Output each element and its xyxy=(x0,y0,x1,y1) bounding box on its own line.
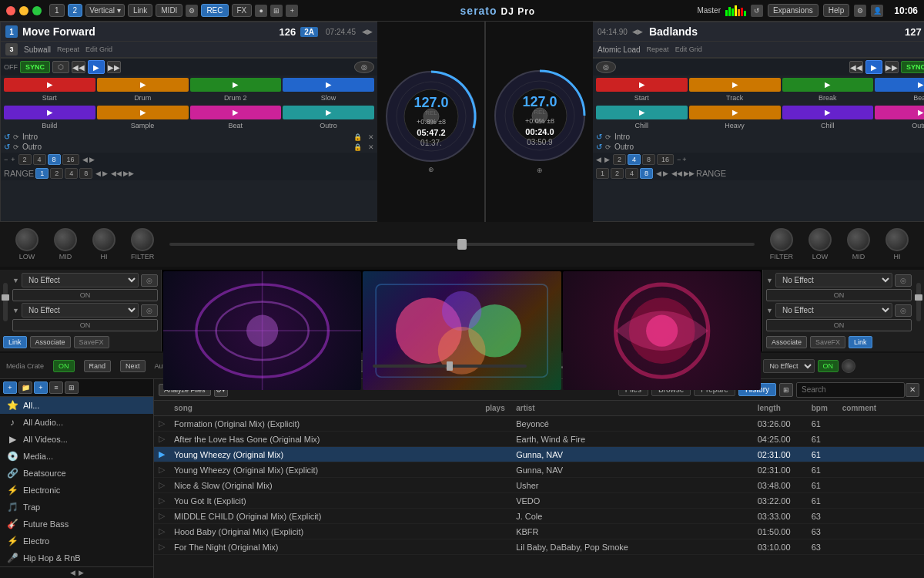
fx-left-knob2[interactable]: ◎ xyxy=(141,304,158,317)
deck-2-cue-chill2[interactable]: ▶ xyxy=(782,106,874,119)
media-rand-btn[interactable]: Rand xyxy=(84,360,112,372)
col-bpm[interactable]: bpm xyxy=(807,401,838,416)
deck-1-link-icon[interactable]: ⬡ xyxy=(52,61,69,73)
deck-1-next-loop-icon[interactable]: ▶ xyxy=(89,156,95,163)
media-on-btn[interactable]: ON xyxy=(53,360,75,372)
search-input[interactable] xyxy=(796,382,905,398)
deck-1-plus-icon[interactable]: + xyxy=(11,156,15,163)
deck-2-platter[interactable]: 127.0 REL +0.0% ±8 00:24.0 03:50.9 xyxy=(494,69,586,162)
master-fx2-on[interactable]: ON xyxy=(818,360,839,372)
deck-2-cue-start[interactable]: ▶ xyxy=(596,78,688,92)
deck-2-range-2[interactable]: 2 xyxy=(611,168,624,179)
deck2-mid-knob[interactable] xyxy=(847,228,870,251)
record-icon[interactable]: ● xyxy=(255,5,267,17)
deck-1-loop-8[interactable]: 8 xyxy=(48,154,61,165)
sidebar-item-audio[interactable]: ♪ All Audio... xyxy=(0,414,153,431)
link-button[interactable]: Link xyxy=(128,4,152,17)
deck-1-cue-drum[interactable]: ▶ xyxy=(97,78,189,92)
sidebar-scroll-right-icon[interactable]: ▶ xyxy=(79,569,84,576)
col-song[interactable]: song xyxy=(169,401,480,416)
deck-2-cue-heavy[interactable]: ▶ xyxy=(689,106,781,119)
fx-left-slider1[interactable] xyxy=(3,283,8,321)
deck-2-loop-4[interactable]: 4 xyxy=(628,154,641,165)
deck-1-fastfwd-icon[interactable]: ▶▶ xyxy=(123,170,134,177)
grid-view-icon[interactable]: ⊞ xyxy=(65,381,79,394)
deck-1-next[interactable]: ▶▶ xyxy=(107,61,121,73)
table-row[interactable]: ▷ For The Night (Original Mix) Lil Baby,… xyxy=(154,539,924,555)
fx-right-savefx[interactable]: SaveFX xyxy=(810,336,845,348)
deck-1-rewind-icon[interactable]: ◀◀ xyxy=(111,170,122,177)
deck-2-range-1[interactable]: 1 xyxy=(596,168,609,179)
deck-1-range-2[interactable]: 2 xyxy=(50,168,63,179)
deck-2-cue-break[interactable]: ▶ xyxy=(782,78,874,92)
deck-1-minus-icon[interactable]: − xyxy=(4,156,8,163)
deck-1-knob[interactable]: ◎ xyxy=(354,61,374,73)
col-plays[interactable]: plays xyxy=(480,401,511,416)
table-row[interactable]: ▷ MIDDLE CHILD (Original Mix) (Explicit)… xyxy=(154,509,924,524)
deck-1-cue-drum2[interactable]: ▶ xyxy=(190,78,282,92)
fx-right-link[interactable]: Link xyxy=(849,336,872,348)
deck-1-prev-range-icon[interactable]: ◀ xyxy=(95,170,101,177)
deck-2-play[interactable]: ▶ xyxy=(865,60,882,74)
plus-icon[interactable]: + xyxy=(286,5,298,17)
fx-right-slider1-thumb[interactable] xyxy=(915,294,922,301)
table-row[interactable]: ▷ After the Love Has Gone (Original Mix)… xyxy=(154,432,924,447)
settings-icon[interactable]: ⚙ xyxy=(854,5,866,17)
deck1-filter-knob[interactable] xyxy=(131,228,154,251)
col-artist[interactable]: artist xyxy=(511,401,753,416)
fx-right-associate[interactable]: Associate xyxy=(766,336,807,348)
deck-2-editgrid-label[interactable]: Edit Grid xyxy=(675,45,702,53)
sidebar-item-media[interactable]: 💿 Media... xyxy=(0,448,153,465)
deck-2-loop-16[interactable]: 16 xyxy=(657,154,674,165)
table-row[interactable]: ▷ Nice & Slow (Original Mix) Usher 03:48… xyxy=(154,478,924,493)
fx-left-knob1[interactable]: ◎ xyxy=(141,274,158,287)
deck-1-loop-4[interactable]: 4 xyxy=(33,154,46,165)
deck-2-cue-beat[interactable]: ▶ xyxy=(875,78,924,92)
table-row[interactable]: ▷ You Got It (Explicit) VEDO 03:22.00 61 xyxy=(154,493,924,509)
deck-1-play[interactable]: ▶ xyxy=(88,60,105,74)
fx-button[interactable]: FX xyxy=(232,4,253,17)
xf-trans-thumb[interactable] xyxy=(447,361,453,371)
close-button[interactable] xyxy=(6,6,15,15)
sidebar-item-hiphop[interactable]: 🎤 Hip Hop & RnB xyxy=(0,549,153,566)
deck-2-button[interactable]: 2 xyxy=(68,4,83,17)
deck-1-cue-start[interactable]: ▶ xyxy=(4,78,95,92)
deck-1-sync[interactable]: SYNC xyxy=(20,61,50,73)
search-clear-btn[interactable]: ✕ xyxy=(906,383,919,397)
deck-2-repeat-label[interactable]: Repeat xyxy=(647,45,669,53)
deck2-low-knob[interactable] xyxy=(808,228,832,251)
deck-1-next-range-icon[interactable]: ▶ xyxy=(102,170,108,177)
folder-icon[interactable]: 📁 xyxy=(18,381,32,394)
table-row[interactable]: ▷ Formation (Original Mix) (Explicit) Be… xyxy=(154,416,924,432)
midi-button[interactable]: MIDI xyxy=(156,4,182,17)
fx-left-on2[interactable]: ON xyxy=(12,319,158,331)
deck-1-cue-slow[interactable]: ▶ xyxy=(283,78,374,92)
sidebar-item-electronic[interactable]: ⚡ Electronic xyxy=(0,482,153,499)
deck-1-repeat-label[interactable]: Repeat xyxy=(57,45,79,53)
deck1-hi-knob[interactable] xyxy=(92,228,116,251)
fx-right-on1[interactable]: ON xyxy=(766,289,912,301)
headphone-icon[interactable]: ↺ xyxy=(751,5,763,17)
deck-2-plus-icon[interactable]: + xyxy=(682,156,686,163)
deck-2-sync[interactable]: SYNC xyxy=(901,61,924,73)
deck-1-range-8[interactable]: 8 xyxy=(79,168,92,179)
fx-left-effect2-select[interactable]: No Effect xyxy=(22,303,139,318)
deck-2-next[interactable]: ▶▶ xyxy=(885,61,899,73)
grid-icon[interactable]: ⊞ xyxy=(270,5,283,17)
deck-2-loop-8[interactable]: 8 xyxy=(642,154,655,165)
table-row[interactable]: ▶ Young Wheezy (Original Mix) Gunna, NAV… xyxy=(154,447,924,462)
fx-right-on2[interactable]: ON xyxy=(766,319,912,331)
fx-right-effect1-select[interactable]: No Effect xyxy=(775,273,892,287)
deck-2-prev[interactable]: ◀◀ xyxy=(849,61,863,73)
deck-1-loop-16[interactable]: 16 xyxy=(62,154,79,165)
fx-right-knob1[interactable]: ◎ xyxy=(895,274,912,287)
deck-1-remove-icon-2[interactable]: ✕ xyxy=(368,143,374,151)
crossfader-thumb[interactable] xyxy=(457,239,467,250)
deck-2-next-range-icon[interactable]: ▶ xyxy=(663,170,668,177)
add-btn[interactable]: + xyxy=(3,381,17,394)
col-length[interactable]: length xyxy=(753,401,807,416)
sidebar-item-trap[interactable]: 🎵 Trap xyxy=(0,499,153,516)
master-fx2-knob[interactable] xyxy=(842,359,855,373)
fx-left-effect1-select[interactable]: No Effect xyxy=(22,273,139,287)
deck-1-range-4[interactable]: 4 xyxy=(65,168,78,179)
